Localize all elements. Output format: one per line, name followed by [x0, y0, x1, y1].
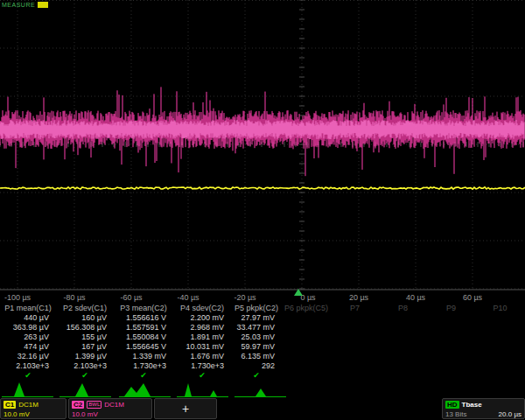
- measure-row-sdev: 32.16 µV 1.399 µV 1.339 mV 1.676 mV 6.13…: [0, 352, 525, 361]
- measure-cell: 25.03 mV: [231, 332, 282, 342]
- timebase-scale: 20.0 µs: [499, 410, 522, 418]
- measure-header-p1[interactable]: P1 mean(C1): [0, 304, 56, 313]
- measure-header-p7[interactable]: P7: [331, 304, 379, 313]
- measure-cell: 10.031 mV: [173, 342, 231, 352]
- measure-cell: 363.98 µV: [0, 323, 56, 332]
- measure-row-min: 263 µV 155 µV 1.550084 V 1.891 mV 25.03 …: [0, 332, 525, 342]
- status-check-icon: ✔: [231, 371, 282, 380]
- measure-row-value: 440 µV 160 µV 1.556616 V 2.200 mV 27.97 …: [0, 313, 525, 323]
- trigger-position-marker[interactable]: [294, 289, 303, 296]
- channel1-scale: 10.0 mV: [4, 410, 30, 418]
- measure-cell: 1.556645 V: [114, 342, 173, 352]
- measure-header-p5[interactable]: P5 pkpk(C2): [231, 304, 282, 313]
- measure-cell: 156.308 µV: [56, 323, 114, 332]
- timebase-descriptor[interactable]: HD Tbase 13 Bits 20.0 µs: [442, 398, 525, 419]
- measure-header-p8[interactable]: P8: [379, 304, 427, 313]
- histicon-p4[interactable]: [177, 380, 229, 397]
- measure-row-max: 474 µV 167 µV 1.556645 V 10.031 mV 59.97…: [0, 342, 525, 352]
- measure-cell: 27.97 mV: [231, 313, 282, 323]
- plus-icon: +: [158, 400, 214, 418]
- measure-cell: 1.556616 V: [114, 313, 173, 323]
- measure-cell: 160 µV: [56, 313, 114, 323]
- channel1-descriptor[interactable]: C1 DC1M 10.0 mV: [0, 398, 66, 419]
- measure-cell: 474 µV: [0, 342, 56, 352]
- measure-header-p4[interactable]: P4 sdev(C2): [173, 304, 231, 313]
- measure-row-mean: 363.98 µV 156.308 µV 1.557591 V 2.968 mV…: [0, 323, 525, 332]
- status-check-icon: ✔: [173, 371, 231, 380]
- measure-cell: 167 µV: [56, 342, 114, 352]
- measure-cell: 1.730e+3: [114, 361, 173, 371]
- time-label: -60 µs: [120, 293, 142, 302]
- measure-header-p10[interactable]: P10: [475, 304, 525, 313]
- measure-header-p9[interactable]: P9: [427, 304, 475, 313]
- timebase-resolution: 13 Bits: [445, 410, 466, 418]
- measure-row-num: 2.103e+3 2.103e+3 1.730e+3 1.730e+3 292: [0, 361, 525, 371]
- time-label: 60 µs: [463, 293, 482, 302]
- status-check-icon: ✔: [0, 371, 56, 380]
- measure-cell: 1.339 mV: [114, 352, 173, 361]
- measure-cell: 292: [231, 361, 282, 371]
- oscilloscope-screen: MEASURE -100 µs -80 µs -60 µs -40 µs -20…: [0, 0, 525, 420]
- measure-cell: 33.477 mV: [231, 323, 282, 332]
- histicon-p3[interactable]: [119, 380, 172, 397]
- channel1-coupling: DC1M: [18, 401, 38, 409]
- measure-cell: 440 µV: [0, 313, 56, 323]
- histicon-p1[interactable]: [2, 380, 54, 397]
- measurement-table: P1 mean(C1) P2 sdev(C1) P3 mean(C2) P4 s…: [0, 304, 525, 380]
- measure-cell: 1.399 µV: [56, 352, 114, 361]
- timebase-label: Tbase: [462, 401, 482, 409]
- measure-cell: 32.16 µV: [0, 352, 56, 361]
- time-axis: -100 µs -80 µs -60 µs -40 µs -20 µs 0 µs…: [0, 290, 525, 304]
- status-check-icon: ✔: [114, 371, 173, 380]
- channel2-coupling: DC1M: [104, 401, 124, 409]
- top-left-annotation: MEASURE: [2, 2, 48, 8]
- channel2-badge: C2: [72, 401, 84, 409]
- top-left-chip: [38, 2, 48, 8]
- channel1-badge: C1: [4, 401, 16, 409]
- time-label: -100 µs: [4, 293, 31, 302]
- time-label: -40 µs: [177, 293, 199, 302]
- measure-cell: 155 µV: [56, 332, 114, 342]
- measure-cell: 1.550084 V: [114, 332, 173, 342]
- top-left-annotation-text: MEASURE: [2, 2, 35, 8]
- measure-cell: 2.103e+3: [56, 361, 114, 371]
- measure-header-p3[interactable]: P3 mean(C2): [114, 304, 173, 313]
- time-label: 40 µs: [406, 293, 425, 302]
- time-label: -80 µs: [63, 293, 85, 302]
- descriptor-bar: C1 DC1M 10.0 mV C2 BWL DC1M 10.0 mV + HD: [0, 398, 525, 420]
- waveform-display: [0, 0, 525, 290]
- measure-header-row: P1 mean(C1) P2 sdev(C1) P3 mean(C2) P4 s…: [0, 304, 525, 313]
- measure-cell: 2.968 mV: [173, 323, 231, 332]
- channel2-descriptor[interactable]: C2 BWL DC1M 10.0 mV: [68, 398, 152, 419]
- measure-cell: 1.676 mV: [173, 352, 231, 361]
- measure-cell: 1.557591 V: [114, 323, 173, 332]
- measure-status-row: ✔ ✔ ✔ ✔ ✔: [0, 371, 525, 380]
- status-check-icon: ✔: [56, 371, 114, 380]
- histicon-row: [0, 380, 525, 397]
- measure-cell: 6.135 mV: [231, 352, 282, 361]
- measure-cell: 59.97 mV: [231, 342, 282, 352]
- measure-cell: 2.200 mV: [173, 313, 231, 323]
- measure-cell: 1.891 mV: [173, 332, 231, 342]
- measure-cell: 1.730e+3: [173, 361, 231, 371]
- add-trace-button[interactable]: +: [154, 398, 217, 419]
- histicon-p2[interactable]: [60, 380, 112, 397]
- measure-header-p6[interactable]: P6 pkpk(C5): [282, 304, 331, 313]
- measure-cell: 2.103e+3: [0, 361, 56, 371]
- hd-badge: HD: [445, 401, 459, 409]
- measure-header-p2[interactable]: P2 sdev(C1): [56, 304, 114, 313]
- channel2-scale: 10.0 mV: [72, 410, 98, 418]
- channel2-bwl-badge: BWL: [87, 401, 102, 409]
- histicon-p5[interactable]: [234, 380, 287, 397]
- time-label: -20 µs: [234, 293, 256, 302]
- time-label: 20 µs: [349, 293, 368, 302]
- measure-cell: 263 µV: [0, 332, 56, 342]
